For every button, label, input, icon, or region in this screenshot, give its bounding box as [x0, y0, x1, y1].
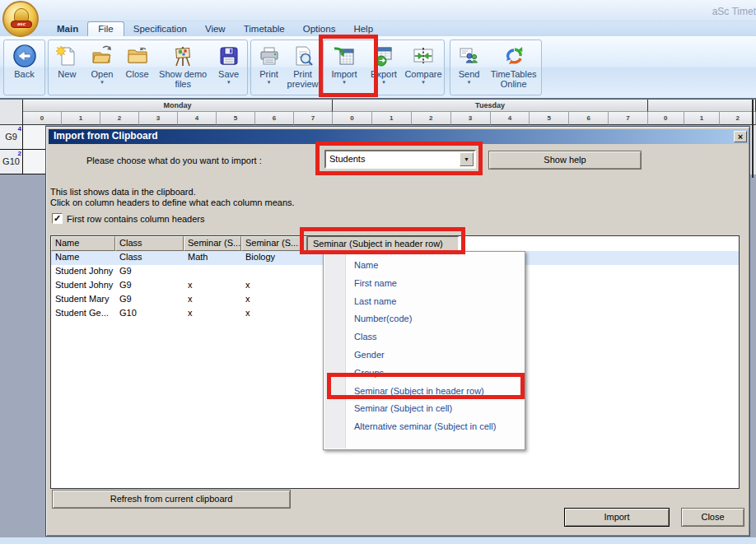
- class-row-header-g10[interactable]: G102: [0, 150, 23, 174]
- period-cell[interactable]: 7: [609, 112, 648, 125]
- tab-timetable[interactable]: Timetable: [235, 23, 294, 35]
- grid-right-line: [752, 100, 754, 178]
- period-cell[interactable]: 7: [294, 112, 333, 125]
- period-cell[interactable]: 4: [491, 112, 530, 125]
- print-button[interactable]: Print ▾: [252, 41, 286, 94]
- compare-button[interactable]: Compare ▾: [404, 41, 443, 94]
- tab-main[interactable]: Main: [48, 23, 87, 35]
- clipboard-info-line1: This list shows data in the clipboard.: [50, 187, 196, 197]
- window-bottom-strip: [0, 537, 756, 544]
- send-button[interactable]: Send ▾: [451, 41, 487, 94]
- send-dropdown-arrow-icon[interactable]: ▾: [468, 79, 471, 86]
- period-cell[interactable]: 3: [451, 112, 491, 125]
- menu-item-name[interactable]: Name: [324, 257, 525, 275]
- asc-bell-logo-icon[interactable]: asc: [2, 1, 39, 37]
- day-label-tuesday: Tuesday: [333, 100, 648, 112]
- day-section-monday: Monday 0 1 2 3 4 5 6 7: [23, 100, 333, 125]
- toolbar-group-back: Back: [3, 40, 45, 95]
- column-header-seminar2[interactable]: Seminar (S...: [241, 236, 307, 251]
- print-preview-icon: [292, 43, 314, 69]
- ribbon-tab-bar: Main File Specification View Timetable O…: [0, 21, 756, 36]
- class-count-badge: 2: [18, 151, 21, 157]
- menu-item-class[interactable]: Class: [324, 328, 525, 346]
- window-titlebar: aSc Timet: [0, 0, 756, 21]
- menu-item-seminar-cell[interactable]: Seminar (Subject in cell): [324, 400, 525, 418]
- period-cell[interactable]: 2: [100, 112, 139, 125]
- tab-options[interactable]: Options: [294, 23, 345, 35]
- send-icon: [458, 43, 481, 69]
- period-cell[interactable]: 5: [530, 112, 569, 125]
- open-dropdown-arrow-icon[interactable]: ▾: [100, 79, 104, 86]
- compare-dropdown-arrow-icon[interactable]: ▾: [422, 79, 425, 86]
- print-preview-button[interactable]: Print preview: [286, 41, 320, 94]
- period-cell[interactable]: 4: [178, 112, 217, 125]
- class-row-header-g9[interactable]: G94: [0, 125, 23, 150]
- day-section-tuesday: Tuesday 0 1 2 3 4 5 6 7: [333, 100, 648, 125]
- toolbar-group-file: New Open ▾: [48, 40, 248, 95]
- period-cell[interactable]: 6: [255, 112, 294, 125]
- tab-specification[interactable]: Specification: [124, 23, 196, 35]
- tab-file[interactable]: File: [87, 21, 124, 36]
- period-cell[interactable]: 1: [62, 112, 100, 125]
- period-cell[interactable]: 0: [23, 112, 62, 125]
- period-cell[interactable]: 1: [372, 112, 412, 125]
- grid-corner-cell: [0, 100, 23, 125]
- tab-help[interactable]: Help: [344, 23, 382, 35]
- toolbar-group-print: Print ▾ Print preview: [250, 40, 321, 95]
- column-meaning-menu: Name First name Last name Number(code) C…: [323, 251, 525, 450]
- highlight-box-import-button: [319, 35, 378, 97]
- highlight-box-students-dropdown: [315, 142, 483, 175]
- save-dropdown-arrow-icon[interactable]: ▾: [227, 79, 231, 86]
- show-help-button[interactable]: Show help: [488, 151, 642, 170]
- period-cell[interactable]: 0: [648, 112, 684, 125]
- dialog-close-button[interactable]: Close: [681, 508, 744, 527]
- ribbon-toolbar: Back New: [0, 36, 756, 100]
- open-button[interactable]: Open ▾: [85, 41, 120, 94]
- class-count-badge: 4: [18, 126, 21, 133]
- day-label-next: [648, 100, 756, 112]
- timetable-grid-header: Monday 0 1 2 3 4 5 6 7 Tuesday 0 1 2 3 4…: [0, 100, 756, 125]
- back-icon: [12, 43, 37, 69]
- menu-item-first-name[interactable]: First name: [324, 275, 525, 293]
- period-cell[interactable]: 6: [569, 112, 609, 125]
- toolbar-group-online: Send ▾ TimeTables Online: [450, 40, 542, 95]
- menu-item-gender[interactable]: Gender: [324, 346, 525, 365]
- new-document-icon: [56, 43, 77, 69]
- first-row-headers-checkbox[interactable]: ✓: [52, 213, 63, 224]
- menu-item-alternative-seminar[interactable]: Alternative seminar (Subject in cell): [324, 418, 525, 436]
- highlight-box-column-header: [300, 227, 465, 254]
- window-title: aSc Timet: [712, 6, 756, 17]
- period-cell[interactable]: 3: [139, 112, 178, 125]
- period-cell[interactable]: 5: [217, 112, 255, 125]
- column-header-name[interactable]: Name: [51, 236, 115, 251]
- demo-easel-icon: [171, 43, 194, 69]
- column-header-class[interactable]: Class: [115, 236, 184, 251]
- day-label-monday: Monday: [23, 100, 333, 112]
- refresh-clipboard-button[interactable]: Refresh from current clipboard: [52, 490, 291, 509]
- close-folder-icon: [126, 43, 149, 69]
- save-floppy-icon: [218, 43, 240, 69]
- dialog-import-button[interactable]: Import: [564, 508, 670, 527]
- menu-item-number-code[interactable]: Number(code): [324, 310, 525, 328]
- print-icon: [259, 43, 280, 69]
- export-dropdown-arrow-icon[interactable]: ▾: [382, 79, 385, 86]
- save-button[interactable]: Save ▾: [211, 41, 246, 94]
- dialog-close-icon[interactable]: ×: [734, 131, 747, 142]
- first-row-headers-label: First row contains column headers: [67, 214, 205, 224]
- bell-dome: [14, 8, 29, 21]
- show-demo-files-button[interactable]: Show demo files: [155, 41, 211, 94]
- menu-item-last-name[interactable]: Last name: [324, 293, 525, 311]
- period-cell[interactable]: 0: [333, 112, 372, 125]
- period-cell[interactable]: 2: [412, 112, 451, 125]
- tab-view[interactable]: View: [196, 23, 235, 35]
- back-button[interactable]: Back: [5, 41, 44, 94]
- new-button[interactable]: New: [49, 41, 85, 94]
- grid-row-sliver: [23, 150, 45, 174]
- period-cell[interactable]: 2: [720, 112, 756, 125]
- print-dropdown-arrow-icon[interactable]: ▾: [268, 79, 271, 86]
- clipboard-info-line2: Click on column headers to define what e…: [50, 198, 295, 207]
- period-cell[interactable]: 1: [684, 112, 721, 125]
- close-button[interactable]: Close: [119, 41, 155, 94]
- column-header-seminar1[interactable]: Seminar (S...: [184, 236, 241, 251]
- timetables-online-button[interactable]: TimeTables Online: [487, 41, 540, 94]
